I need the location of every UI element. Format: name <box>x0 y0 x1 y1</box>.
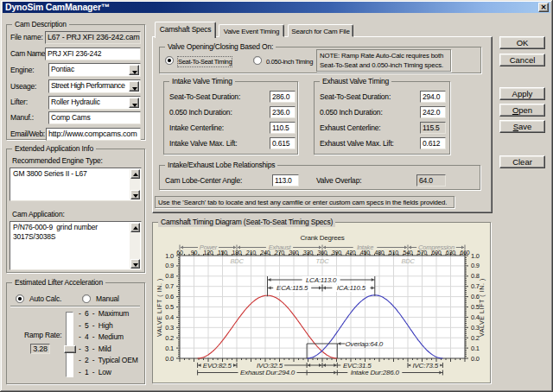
svg-text:Compression: Compression <box>418 243 454 251</box>
svg-text:180: 180 <box>232 250 241 256</box>
svg-text:0.4: 0.4 <box>165 313 174 321</box>
svg-text:0.1: 0.1 <box>471 345 480 352</box>
svg-text:0.7: 0.7 <box>165 282 174 290</box>
svg-text:420: 420 <box>346 250 355 256</box>
svg-text:0.3: 0.3 <box>165 324 174 332</box>
svg-text:Exhaust Dur:294.0: Exhaust Dur:294.0 <box>240 369 296 376</box>
svg-text:0.9: 0.9 <box>471 262 480 269</box>
svg-text:0.1: 0.1 <box>165 345 174 352</box>
svg-text:Power: Power <box>200 243 218 251</box>
svg-text:LCA:113.0: LCA:113.0 <box>306 276 337 284</box>
svg-text:Intake Dur:286.0: Intake Dur:286.0 <box>351 369 400 376</box>
svg-text:ECA:115.5: ECA:115.5 <box>276 284 308 292</box>
svg-text:EVO:82.5: EVO:82.5 <box>203 362 232 370</box>
svg-text:BDC: BDC <box>401 257 415 265</box>
svg-text:VALVE LIFT ( IN. ): VALVE LIFT ( IN. ) <box>156 278 163 337</box>
svg-text:1.0: 1.0 <box>471 252 480 260</box>
svg-text:Crank Degrees: Crank Degrees <box>300 234 344 242</box>
svg-text:0.8: 0.8 <box>165 272 174 280</box>
svg-text:0.6: 0.6 <box>165 293 174 300</box>
svg-text:0.5: 0.5 <box>165 303 174 311</box>
svg-text:360: 360 <box>317 250 327 256</box>
svg-text:510: 510 <box>389 250 398 256</box>
svg-text:210: 210 <box>246 250 256 256</box>
svg-text:480: 480 <box>374 250 384 256</box>
svg-text:660: 660 <box>460 250 469 256</box>
svg-text:1.0: 1.0 <box>165 252 174 260</box>
svg-text:VALVE LIFT ( IN. ): VALVE LIFT ( IN. ) <box>479 278 486 337</box>
svg-text:0.2: 0.2 <box>165 334 174 342</box>
svg-text:0.0: 0.0 <box>165 355 174 363</box>
svg-text:330: 330 <box>303 250 313 256</box>
svg-text:ICA:110.5: ICA:110.5 <box>337 284 366 292</box>
svg-text:60: 60 <box>176 250 183 256</box>
svg-text:150: 150 <box>218 250 227 256</box>
svg-text:Intake: Intake <box>357 243 373 251</box>
svg-text:540: 540 <box>403 250 412 256</box>
svg-text:0.9: 0.9 <box>165 262 174 269</box>
svg-text:Exhaust: Exhaust <box>269 243 292 251</box>
svg-text:0.0: 0.0 <box>471 355 480 363</box>
svg-text:TDC: TDC <box>316 257 330 265</box>
svg-text:IVC:73.5: IVC:73.5 <box>412 362 438 370</box>
svg-text:390: 390 <box>332 250 341 256</box>
svg-text:90: 90 <box>191 250 198 256</box>
svg-text:Overlap:64.0: Overlap:64.0 <box>346 340 384 348</box>
svg-text:BDC: BDC <box>230 257 244 265</box>
